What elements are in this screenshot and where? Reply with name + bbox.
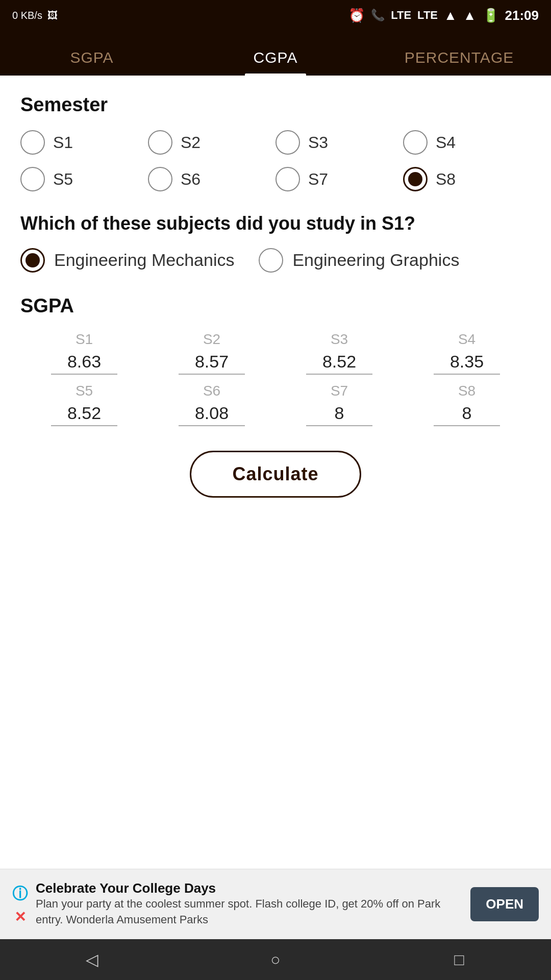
sgpa-cell-s3: S3: [276, 327, 403, 379]
status-bar: 0 KB/s 🖼 ⏰ 📞 LTE LTE ▲ ▲ 🔋 21:09: [0, 0, 551, 31]
sgpa-label-s4: S4: [458, 331, 475, 348]
sgpa-label-s8: S8: [458, 383, 475, 399]
lte-label2: LTE: [417, 9, 438, 22]
sgpa-input-s5[interactable]: [51, 403, 117, 426]
sgpa-cell-s1: S1: [20, 327, 148, 379]
radio-s4[interactable]: [403, 130, 428, 155]
subject-graphics-label: Engineering Graphics: [292, 250, 459, 270]
subject-option-mechanics[interactable]: Engineering Mechanics: [20, 248, 234, 273]
sgpa-input-s8[interactable]: [434, 403, 500, 426]
semester-option-s1[interactable]: S1: [20, 130, 148, 155]
lte-label1: LTE: [391, 9, 411, 22]
calculate-button[interactable]: Calculate: [190, 451, 361, 498]
sgpa-grid: S1 S2 S3 S4 S5 S6 S7 S8: [20, 327, 531, 430]
ad-banner: ⓘ ✕ Celebrate Your College Days Plan you…: [0, 869, 551, 939]
back-button[interactable]: ◁: [77, 944, 107, 975]
alarm-icon: ⏰: [348, 8, 365, 23]
tab-percentage[interactable]: PERCENTAGE: [367, 49, 551, 76]
sgpa-input-s3[interactable]: [306, 352, 372, 375]
radio-s6-label: S6: [181, 170, 201, 189]
sgpa-input-s6[interactable]: [179, 403, 245, 426]
subject-option-graphics[interactable]: Engineering Graphics: [259, 248, 459, 273]
radio-s6[interactable]: [148, 167, 172, 191]
radio-s8[interactable]: [403, 167, 428, 191]
semester-option-s7[interactable]: S7: [276, 167, 403, 191]
sgpa-label-s1: S1: [76, 331, 93, 348]
ad-info-icon: ⓘ: [12, 884, 28, 904]
sgpa-label-s6: S6: [203, 383, 220, 399]
radio-s8-label: S8: [436, 170, 456, 189]
semester-option-s4[interactable]: S4: [403, 130, 531, 155]
sgpa-cell-s8: S8: [403, 379, 531, 430]
sgpa-label-s5: S5: [76, 383, 93, 399]
sgpa-cell-s5: S5: [20, 379, 148, 430]
semester-option-s5[interactable]: S5: [20, 167, 148, 191]
radio-s3[interactable]: [276, 130, 300, 155]
radio-mechanics[interactable]: [20, 248, 45, 273]
semester-option-s3[interactable]: S3: [276, 130, 403, 155]
home-button[interactable]: ○: [260, 944, 291, 975]
ad-close-icon[interactable]: ✕: [14, 909, 26, 925]
sgpa-cell-s4: S4: [403, 327, 531, 379]
sgpa-section-title: SGPA: [20, 295, 531, 317]
radio-s4-label: S4: [436, 133, 456, 152]
signal-icon: ▲: [444, 8, 457, 23]
radio-s5[interactable]: [20, 167, 45, 191]
semester-title: Semester: [20, 94, 531, 116]
semester-option-s8[interactable]: S8: [403, 167, 531, 191]
sgpa-cell-s2: S2: [148, 327, 276, 379]
sgpa-cell-s7: S7: [276, 379, 403, 430]
subject-question-text: Which of these subjects did you study in…: [20, 212, 531, 236]
ad-open-button[interactable]: OPEN: [470, 887, 539, 921]
semester-option-s2[interactable]: S2: [148, 130, 276, 155]
sgpa-input-s7[interactable]: [306, 403, 372, 426]
sgpa-label-s7: S7: [331, 383, 348, 399]
calculate-btn-wrapper: Calculate: [20, 451, 531, 498]
image-icon: 🖼: [47, 10, 58, 21]
signal-icon2: ▲: [463, 8, 477, 23]
call-icon: 📞: [371, 9, 385, 22]
subject-options: Engineering Mechanics Engineering Graphi…: [20, 248, 531, 273]
sgpa-input-s2[interactable]: [179, 352, 245, 375]
radio-s3-label: S3: [308, 133, 328, 152]
tab-sgpa[interactable]: SGPA: [0, 49, 184, 76]
radio-s5-label: S5: [53, 170, 73, 189]
radio-s1-label: S1: [53, 133, 73, 152]
sgpa-cell-s6: S6: [148, 379, 276, 430]
sgpa-input-s1[interactable]: [51, 352, 117, 375]
sgpa-label-s3: S3: [331, 331, 348, 348]
subject-mechanics-label: Engineering Mechanics: [54, 250, 234, 270]
ad-icon-area: ⓘ ✕: [12, 884, 28, 925]
status-left: 0 KB/s 🖼: [12, 10, 58, 21]
network-speed: 0 KB/s: [12, 10, 42, 21]
ad-description: Plan your party at the coolest summer sp…: [36, 896, 462, 928]
battery-icon: 🔋: [483, 8, 499, 23]
semester-option-s6[interactable]: S6: [148, 167, 276, 191]
radio-graphics[interactable]: [259, 248, 283, 273]
sgpa-input-s4[interactable]: [434, 352, 500, 375]
radio-s1[interactable]: [20, 130, 45, 155]
main-content: Semester S1 S2 S3 S4 S5 S6 S7: [0, 76, 551, 980]
radio-s2[interactable]: [148, 130, 172, 155]
tab-bar: SGPA CGPA PERCENTAGE: [0, 31, 551, 76]
bottom-nav: ◁ ○ □: [0, 939, 551, 980]
ad-title: Celebrate Your College Days: [36, 880, 462, 896]
ad-text-area: Celebrate Your College Days Plan your pa…: [36, 880, 462, 928]
radio-s7-label: S7: [308, 170, 328, 189]
tab-cgpa[interactable]: CGPA: [184, 49, 367, 76]
recent-apps-button[interactable]: □: [444, 944, 474, 975]
sgpa-label-s2: S2: [203, 331, 220, 348]
radio-s7[interactable]: [276, 167, 300, 191]
status-right: ⏰ 📞 LTE LTE ▲ ▲ 🔋 21:09: [348, 8, 539, 23]
radio-s2-label: S2: [181, 133, 201, 152]
semester-radio-grid: S1 S2 S3 S4 S5 S6 S7 S8: [20, 130, 531, 191]
time-display: 21:09: [505, 8, 539, 23]
